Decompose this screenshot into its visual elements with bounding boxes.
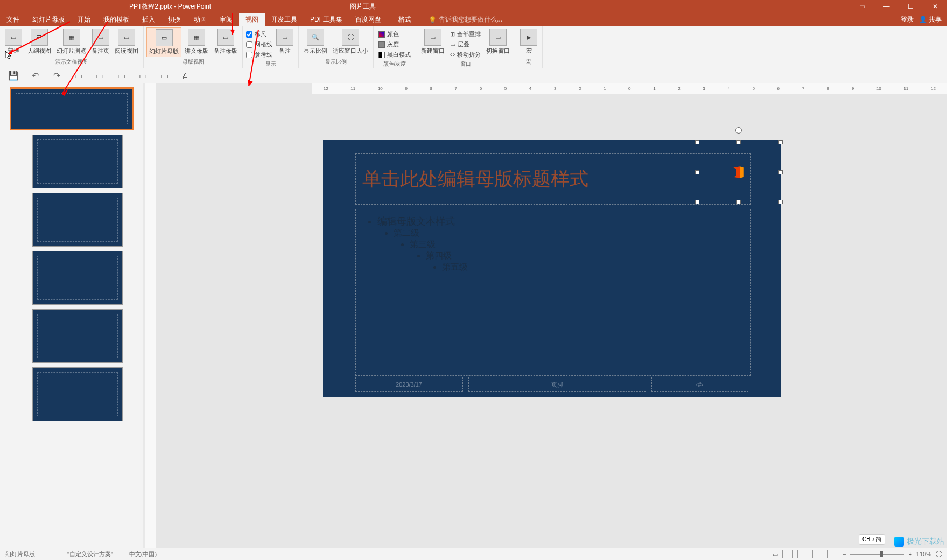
slide-master-button[interactable]: ▭幻灯片母版 bbox=[146, 27, 181, 57]
normal-view-button[interactable]: ▭普通 bbox=[3, 27, 24, 56]
layout-thumbnail-5[interactable] bbox=[32, 367, 123, 421]
zoom-in-button[interactable]: + bbox=[908, 551, 911, 557]
qa-btn-7[interactable]: ▭ bbox=[137, 71, 148, 81]
tab-slide-master[interactable]: 幻灯片母版 bbox=[26, 12, 71, 27]
rotate-handle[interactable] bbox=[735, 127, 742, 134]
group-master-views: ▭幻灯片母版 ▦讲义母版 ▭备注母版 母版视图 bbox=[144, 26, 243, 68]
qa-btn-4[interactable]: ▭ bbox=[73, 71, 83, 81]
resize-handle-br[interactable] bbox=[778, 200, 783, 204]
tab-view[interactable]: 视图 bbox=[239, 12, 265, 27]
tab-developer[interactable]: 开发工具 bbox=[265, 12, 304, 27]
group-show: 标尺 网格线 参考线 ▭备注 显示 bbox=[243, 26, 299, 68]
ime-indicator[interactable]: CH ♪ 简 bbox=[859, 534, 885, 545]
group-label: 演示文稿视图 bbox=[3, 57, 141, 67]
tab-baidu-netdisk[interactable]: 百度网盘 bbox=[349, 12, 388, 27]
handout-master-button[interactable]: ▦讲义母版 bbox=[183, 27, 211, 56]
resize-handle-tl[interactable] bbox=[695, 140, 699, 144]
status-theme[interactable]: "自定义设计方案" bbox=[67, 550, 113, 558]
zoom-icon: 🔍 bbox=[307, 29, 324, 46]
layout-thumbnail-4[interactable] bbox=[32, 309, 123, 363]
selected-image-object[interactable] bbox=[697, 142, 781, 202]
qa-btn-9[interactable]: 🖨 bbox=[180, 71, 191, 81]
outline-view-button[interactable]: ☰大纲视图 bbox=[25, 27, 53, 56]
normal-view-status-button[interactable] bbox=[782, 550, 793, 558]
slide-master-canvas[interactable]: 单击此处编辑母版标题样式 编辑母版文本样式 第二级 第三级 第四级 第五级 bbox=[323, 140, 781, 397]
arrange-all-button[interactable]: ⊞全部重排 bbox=[448, 30, 483, 39]
tab-pdf-tools[interactable]: PDF工具集 bbox=[304, 12, 349, 27]
tab-file[interactable]: 文件 bbox=[0, 12, 26, 27]
cascade-button[interactable]: ▭层叠 bbox=[448, 40, 483, 49]
color-mode-button[interactable]: 颜色 bbox=[376, 30, 413, 39]
footer-placeholder[interactable]: 页脚 bbox=[468, 377, 646, 392]
notes-toggle[interactable]: ▭ bbox=[773, 551, 778, 558]
ruler-checkbox[interactable]: 标尺 bbox=[245, 30, 273, 39]
login-link[interactable]: 登录 bbox=[901, 15, 914, 24]
resize-handle-rm[interactable] bbox=[778, 170, 783, 174]
resize-handle-bl[interactable] bbox=[695, 200, 699, 204]
resize-handle-tr[interactable] bbox=[778, 140, 783, 144]
layout-thumbnail-2[interactable] bbox=[32, 193, 123, 247]
normal-view-icon: ▭ bbox=[5, 29, 22, 46]
notes-button[interactable]: ▭备注 bbox=[274, 27, 296, 56]
grayscale-button[interactable]: 灰度 bbox=[376, 40, 413, 49]
new-window-button[interactable]: ▭新建窗口 bbox=[419, 27, 447, 56]
status-language[interactable]: 中文(中国) bbox=[129, 550, 157, 558]
qa-btn-8[interactable]: ▭ bbox=[159, 71, 170, 81]
fit-window-button[interactable]: ⛶适应窗口大小 bbox=[331, 27, 370, 56]
zoom-button[interactable]: 🔍显示比例 bbox=[301, 27, 329, 56]
maximize-button[interactable]: ☐ bbox=[899, 0, 923, 13]
tab-format[interactable]: 格式 bbox=[392, 12, 418, 27]
save-button[interactable]: 💾 bbox=[8, 71, 19, 81]
slide-number-placeholder[interactable]: ‹#› bbox=[651, 377, 748, 392]
tab-review[interactable]: 审阅 bbox=[213, 12, 239, 27]
title-placeholder[interactable]: 单击此处编辑母版标题样式 bbox=[355, 153, 751, 205]
zoom-slider[interactable] bbox=[850, 554, 904, 555]
content-placeholder[interactable]: 编辑母版文本样式 第二级 第三级 第四级 第五级 bbox=[355, 209, 751, 376]
resize-handle-tm[interactable] bbox=[736, 140, 741, 144]
layout-thumbnail-3[interactable] bbox=[32, 251, 123, 305]
watermark-text: 极光下载站 bbox=[907, 537, 944, 547]
zoom-slider-thumb[interactable] bbox=[880, 551, 883, 557]
fit-icon: ⛶ bbox=[342, 29, 359, 46]
sorter-view-status-button[interactable] bbox=[797, 550, 808, 558]
zoom-value[interactable]: 110% bbox=[916, 551, 931, 557]
tell-me-search[interactable]: 💡 告诉我您想要做什么... bbox=[429, 15, 502, 24]
undo-button[interactable]: ↶ bbox=[30, 71, 40, 81]
ribbon-display-options[interactable]: ▭ bbox=[850, 0, 874, 13]
outline-icon: ☰ bbox=[31, 29, 48, 46]
group-color: 颜色 灰度 黑白模式 颜色/灰度 bbox=[374, 26, 416, 68]
notes-page-button[interactable]: ▭备注页 bbox=[89, 27, 111, 56]
reading-view-status-button[interactable] bbox=[812, 550, 823, 558]
share-button[interactable]: 👤 共享 bbox=[919, 15, 942, 24]
gridlines-checkbox[interactable]: 网格线 bbox=[245, 40, 273, 49]
slideshow-status-button[interactable] bbox=[827, 550, 838, 558]
date-placeholder[interactable]: 2023/3/17 bbox=[355, 377, 463, 392]
master-thumbnail[interactable] bbox=[10, 87, 134, 130]
zoom-out-button[interactable]: − bbox=[843, 551, 846, 557]
quick-access-toolbar: 💾 ↶ ↷ ▭ ▭ ▭ ▭ ▭ 🖨 bbox=[0, 68, 947, 83]
resize-handle-lm[interactable] bbox=[695, 170, 699, 174]
slide-thumbnail-panel[interactable] bbox=[0, 83, 143, 548]
redo-button[interactable]: ↷ bbox=[51, 71, 62, 81]
switch-window-button[interactable]: ▭切换窗口 bbox=[484, 27, 512, 56]
qa-btn-5[interactable]: ▭ bbox=[94, 71, 105, 81]
layout-thumbnail-1[interactable] bbox=[32, 135, 123, 188]
minimize-button[interactable]: — bbox=[874, 0, 899, 13]
move-split-button[interactable]: ⇔移动拆分 bbox=[448, 50, 483, 59]
tab-my-templates[interactable]: 我的模板 bbox=[97, 12, 136, 27]
close-button[interactable]: ✕ bbox=[923, 0, 947, 13]
notes-master-button[interactable]: ▭备注母版 bbox=[212, 27, 240, 56]
guides-checkbox[interactable]: 参考线 bbox=[245, 50, 273, 59]
qa-btn-6[interactable]: ▭ bbox=[116, 71, 127, 81]
tab-insert[interactable]: 插入 bbox=[136, 12, 162, 27]
macros-button[interactable]: ▶宏 bbox=[518, 27, 539, 56]
tab-home[interactable]: 开始 bbox=[71, 12, 97, 27]
reading-view-button[interactable]: ▭阅读视图 bbox=[113, 27, 141, 56]
bw-button[interactable]: 黑白模式 bbox=[376, 50, 413, 59]
tab-animations[interactable]: 动画 bbox=[187, 12, 213, 27]
slide-sorter-button[interactable]: ▦幻灯片浏览 bbox=[54, 27, 88, 56]
canvas-area[interactable]: 1211109876543210123456789101112 单击此处编辑母版… bbox=[156, 83, 947, 548]
tab-transitions[interactable]: 切换 bbox=[162, 12, 187, 27]
resize-handle-bm[interactable] bbox=[736, 200, 741, 204]
fit-to-window-button[interactable]: ⛶ bbox=[936, 551, 942, 557]
